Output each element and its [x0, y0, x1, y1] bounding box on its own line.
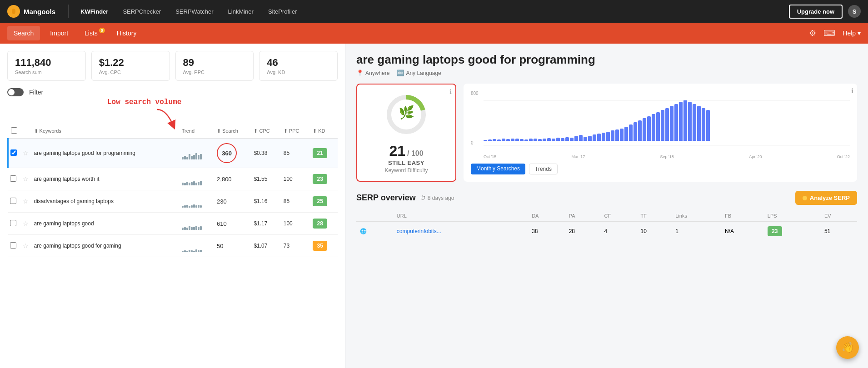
filter-toggle[interactable]	[7, 88, 24, 96]
table-row[interactable]: ☆are gaming laptops worth it2,800$1.5510…	[8, 168, 338, 190]
chart-bar-wrap	[688, 102, 692, 141]
row-checkbox[interactable]	[10, 149, 17, 156]
stats-row: 111,840 Search sum $1.22 Avg. CPC 89 Avg…	[7, 51, 338, 81]
subnav-import[interactable]: Import	[44, 26, 75, 40]
chart-bar	[543, 139, 546, 141]
sub-navigation: Search Import Lists 0 History ⚙ ⌨ Help ▾	[0, 23, 868, 44]
table-row[interactable]: ☆are gaming laptops good for programming…	[8, 139, 338, 168]
chart-bar-wrap	[570, 138, 574, 141]
nav-siteprofiler[interactable]: SiteProfiler	[262, 5, 304, 18]
serp-row-url[interactable]: computerinfobits...	[393, 222, 528, 241]
subnav-search[interactable]: Search	[7, 26, 40, 40]
avg-cpc-label: Avg. CPC	[99, 70, 162, 75]
table-row[interactable]: ☆disadvantages of gaming laptops230$1.16…	[8, 190, 338, 213]
chart-bar-wrap	[556, 138, 560, 141]
col-trend: Trend	[179, 124, 214, 139]
chart-bar-wrap	[702, 108, 705, 141]
chart-bar	[534, 139, 537, 141]
chart-bar-wrap	[670, 106, 673, 141]
chart-bar	[602, 133, 605, 141]
chart-y-max: 800	[471, 91, 479, 96]
chart-bar	[552, 139, 555, 141]
chart-bar	[629, 124, 633, 141]
stat-search-sum: 111,840 Search sum	[7, 51, 86, 81]
logo-icon	[7, 5, 20, 18]
chart-bar	[493, 139, 496, 141]
chart-bar-wrap	[683, 100, 687, 141]
nav-kwfinder[interactable]: KWFinder	[74, 5, 115, 18]
select-all-checkbox[interactable]	[11, 127, 17, 134]
star-icon[interactable]: ☆	[23, 149, 29, 157]
star-icon[interactable]: ☆	[23, 220, 29, 227]
row-checkbox[interactable]	[10, 220, 16, 226]
chart-bar-wrap	[520, 139, 524, 141]
avg-cpc-value: $1.22	[99, 57, 162, 69]
chart-bar	[679, 102, 683, 141]
chart-bar	[502, 139, 505, 141]
chart-bars	[471, 91, 850, 141]
tab-monthly-searches[interactable]: Monthly Searches	[471, 164, 525, 174]
chart-bar	[515, 139, 519, 141]
star-icon[interactable]: ☆	[23, 175, 29, 183]
toggle-knob	[8, 89, 15, 95]
kd-info-icon[interactable]: ℹ	[449, 88, 452, 95]
chat-button[interactable]: 👋	[836, 336, 859, 359]
trend-bars	[182, 217, 211, 230]
ppc-value: 100	[284, 176, 293, 182]
chart-bar	[597, 134, 601, 141]
upgrade-button[interactable]: Upgrade now	[789, 5, 843, 19]
location-meta: 📍 Anywhere	[356, 70, 389, 76]
logo[interactable]: Mangools	[7, 5, 55, 18]
help-button[interactable]: Help ▾	[843, 30, 861, 37]
subnav-history[interactable]: History	[110, 26, 143, 40]
star-icon[interactable]: ☆	[23, 242, 29, 249]
col-search: ⬆ Search	[214, 124, 251, 139]
chart-bar	[615, 129, 619, 141]
filter-label: Filter	[29, 89, 43, 96]
serp-col-pa: PA	[565, 210, 601, 222]
chart-bar-wrap	[665, 108, 669, 141]
user-avatar[interactable]: S	[848, 5, 861, 18]
chart-bar	[624, 127, 628, 141]
chart-bar	[565, 137, 569, 141]
chart-info-icon[interactable]: ℹ	[851, 87, 853, 94]
trend-bars	[182, 239, 211, 252]
row-checkbox[interactable]	[10, 242, 16, 249]
serp-col-tf: TF	[637, 210, 672, 222]
nav-serpchecker[interactable]: SERPChecker	[116, 5, 167, 18]
search-sum-value: 111,840	[15, 57, 78, 69]
chart-bar	[652, 114, 655, 141]
low-search-annotation: Low search volume	[107, 98, 181, 106]
chart-bar-wrap	[529, 139, 533, 141]
row-checkbox[interactable]	[10, 175, 16, 182]
table-row[interactable]: ☆are gaming laptops good610$1.1710028	[8, 213, 338, 235]
row-checkbox[interactable]	[10, 198, 16, 204]
cpc-value: $1.16	[254, 198, 267, 204]
nav-serpwatcher[interactable]: SERPWatcher	[169, 5, 219, 18]
chart-bar	[661, 110, 664, 141]
star-icon[interactable]: ☆	[23, 198, 29, 205]
avg-kd-value: 46	[267, 57, 330, 69]
table-row[interactable]: ☆are gaming laptops good for gaming50$1.…	[8, 235, 338, 257]
chart-bar	[688, 102, 692, 141]
serp-col-da: DA	[528, 210, 565, 222]
logo-text: Mangools	[24, 8, 55, 15]
svg-point-1	[12, 9, 15, 14]
serp-col-lps: LPS	[764, 210, 821, 222]
nav-linkminer[interactable]: LinkMiner	[222, 5, 260, 18]
analyze-serp-button[interactable]: Analyze SERP	[795, 191, 857, 205]
chart-bar	[702, 108, 705, 141]
settings-icon[interactable]: ⚙	[809, 28, 816, 38]
subnav-lists[interactable]: Lists 0	[78, 26, 107, 40]
nav-items: KWFinder SERPChecker SERPWatcher LinkMin…	[74, 5, 789, 18]
avg-ppc-label: Avg. PPC	[183, 70, 246, 75]
chart-bar-wrap	[647, 116, 651, 141]
location-text: Anywhere	[365, 70, 389, 76]
keywords-table: ⬆ Keywords Trend ⬆ Search ⬆ CPC ⬆ PPC ⬆ …	[7, 124, 338, 257]
tab-trends[interactable]: Trends	[529, 164, 558, 174]
col-kd: ⬆ KD	[310, 124, 338, 139]
serp-title: SERP overview	[356, 193, 416, 203]
keyboard-icon[interactable]: ⌨	[823, 28, 835, 38]
chart-bar-wrap	[652, 114, 655, 141]
chart-bar	[593, 134, 596, 141]
